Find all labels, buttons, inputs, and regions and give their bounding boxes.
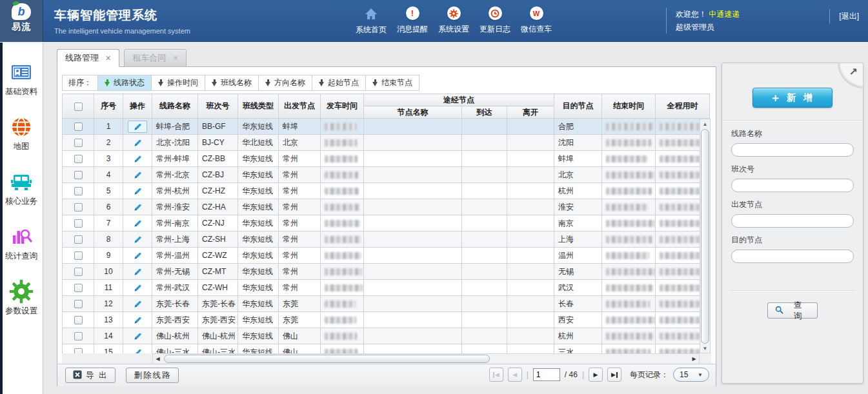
page-number-input[interactable]	[533, 368, 560, 381]
panel-collapse-button[interactable]: ↗	[838, 63, 863, 88]
edit-route-button[interactable]	[128, 233, 147, 246]
select-all-checkbox[interactable]	[74, 103, 83, 111]
table-horizontal-scrollbar[interactable]: ◀ ▶	[152, 353, 700, 364]
nav-wechat[interactable]: W微信查车	[516, 6, 557, 35]
scroll-up-icon[interactable]: ▲	[700, 119, 710, 128]
sort-option-操作时间[interactable]: 操作时间	[151, 75, 205, 90]
dest-node-input[interactable]	[731, 250, 854, 263]
row-checkbox[interactable]	[74, 300, 83, 308]
edit-route-button[interactable]	[128, 314, 147, 326]
tab-route-mgmt[interactable]: 线路管理 ✕	[57, 49, 119, 67]
table-row[interactable]: 9 常州-温州 CZ-WZ 华东短线 常州 温州	[63, 248, 710, 264]
table-row[interactable]: 3 常州-蚌埠 CZ-BB 华东短线 常州 蚌埠	[63, 151, 710, 167]
first-page-button[interactable]: ◀	[489, 368, 503, 382]
edit-route-button[interactable]	[128, 185, 147, 197]
scroll-down-icon[interactable]: ▼	[700, 344, 710, 353]
prev-page-button[interactable]: ◀	[508, 368, 522, 382]
vertical-scroll-thumb[interactable]	[701, 129, 709, 344]
sort-option-起始节点[interactable]: 起始节点	[312, 75, 365, 90]
export-button[interactable]: 导 出	[65, 368, 116, 383]
tab-rent-contract[interactable]: 租车合同 ✕	[124, 49, 187, 67]
edit-route-button[interactable]	[128, 201, 147, 213]
app-logo[interactable]: b 易流	[0, 0, 43, 42]
sort-option-线路状态[interactable]: 线路状态	[97, 75, 151, 90]
table-row[interactable]: 12 东莞-长春 东莞-长春 华东短线 东莞 长春	[63, 296, 710, 312]
edit-route-button[interactable]	[128, 217, 147, 230]
search-button[interactable]: 查 询	[767, 302, 818, 319]
gear-icon	[447, 6, 461, 20]
row-checkbox[interactable]	[74, 316, 83, 324]
row-checkbox[interactable]	[74, 348, 83, 353]
next-page-button[interactable]: ▶	[589, 368, 603, 382]
row-checkbox[interactable]	[74, 155, 83, 163]
last-page-button[interactable]: ▶	[607, 368, 621, 382]
sort-option-班线名称[interactable]: 班线名称	[205, 75, 258, 90]
edit-route-button[interactable]	[128, 298, 147, 310]
nav-settings[interactable]: 系统设置	[433, 6, 474, 35]
table-row[interactable]: 2 北京-沈阳 BJ-CY 华北短线 北京 沈阳	[63, 135, 710, 151]
edit-route-button[interactable]	[128, 137, 147, 149]
table-row[interactable]: 7 常州-南京 CZ-NJ 华东短线 常州 南京	[63, 215, 710, 231]
scroll-right-icon[interactable]: ▶	[689, 354, 699, 364]
cell-from-node: 常州	[279, 215, 321, 231]
horizontal-scroll-thumb[interactable]	[164, 355, 490, 363]
table-row[interactable]: 5 常州-杭州 CZ-HZ 华东短线 常州 杭州	[63, 183, 710, 199]
sort-option-结束节点[interactable]: 结束节点	[365, 75, 419, 90]
nav-message[interactable]: !消息提醒	[392, 6, 433, 35]
cell-trip-code: 东莞-长春	[198, 296, 238, 312]
row-checkbox[interactable]	[74, 171, 83, 179]
table-row[interactable]: 13 东莞-西安 东莞-西安 华东短线 东莞 西安	[63, 312, 710, 328]
cell-line-type: 华东短线	[238, 296, 279, 312]
add-route-button[interactable]: ＋ 新 增	[752, 88, 833, 108]
cell-line-type: 华东短线	[238, 344, 279, 354]
alert-icon: !	[406, 6, 419, 20]
edit-route-button[interactable]	[128, 250, 147, 262]
row-checkbox[interactable]	[74, 332, 83, 340]
row-checkbox[interactable]	[74, 268, 83, 276]
edit-route-button[interactable]	[128, 121, 147, 133]
nav-home[interactable]: 系统首页	[350, 6, 392, 35]
tab-close-icon[interactable]: ✕	[105, 54, 111, 63]
table-row[interactable]: 6 常州-淮安 CZ-HA 华东短线 常州 淮安	[63, 199, 710, 215]
row-checkbox[interactable]	[74, 284, 83, 292]
table-row[interactable]: 15 佛山-三水 佛山-三水 华东短线 佛山 三水	[63, 344, 710, 354]
sidebar-item-statistics[interactable]: 统计查询	[0, 224, 43, 262]
logout-button[interactable]: [退出]	[829, 9, 859, 24]
sort-option-方向名称[interactable]: 方向名称	[258, 75, 312, 90]
row-checkbox[interactable]	[74, 203, 83, 212]
table-row[interactable]: 14 佛山-杭州 佛山-杭州 华东短线 佛山 杭州	[63, 328, 710, 344]
tab-close-icon[interactable]: ✕	[172, 54, 178, 63]
row-checkbox[interactable]	[74, 139, 83, 147]
trip-code-input[interactable]	[731, 179, 854, 192]
cell-depart-time-redacted	[321, 312, 364, 328]
table-row[interactable]: 11 常州-武汉 CZ-WH 华东短线 常州 武汉	[63, 280, 710, 296]
nav-changelog[interactable]: 更新日志	[474, 6, 516, 35]
edit-route-button[interactable]	[128, 330, 147, 342]
company-name[interactable]: 中通速递	[709, 10, 740, 19]
edit-route-button[interactable]	[128, 266, 147, 278]
sidebar-item-parameters[interactable]: 参数设置	[0, 279, 43, 317]
sidebar-item-map[interactable]: 地图	[0, 115, 43, 152]
sidebar-collapsed-edge[interactable]	[0, 43, 3, 394]
page-size-select[interactable]: 15▼	[673, 368, 709, 382]
table-row[interactable]: 1 蚌埠-合肥 BB-GF 华东短线 蚌埠 合肥	[63, 119, 710, 135]
row-checkbox[interactable]	[74, 251, 83, 260]
route-name-input[interactable]	[731, 143, 854, 157]
edit-route-button[interactable]	[128, 346, 147, 354]
table-row[interactable]: 8 常州-上海 CZ-SH 华东短线 常州 上海	[63, 231, 710, 248]
table-row[interactable]: 10 常州-无锡 CZ-MT 华东短线 常州 无锡	[63, 264, 710, 280]
edit-route-button[interactable]	[128, 282, 147, 294]
row-checkbox[interactable]	[74, 235, 83, 244]
sidebar-item-basic-data[interactable]: 基础资料	[0, 60, 43, 97]
table-vertical-scrollbar[interactable]: ▲ ▼	[700, 119, 711, 353]
row-checkbox[interactable]	[74, 123, 83, 131]
edit-route-button[interactable]	[128, 169, 147, 181]
row-checkbox[interactable]	[74, 219, 83, 228]
scroll-left-icon[interactable]: ◀	[153, 354, 163, 364]
delete-route-button[interactable]: 删除线路	[126, 368, 179, 383]
edit-route-button[interactable]	[128, 153, 147, 165]
from-node-input[interactable]	[731, 214, 854, 228]
table-row[interactable]: 4 常州-北京 CZ-BJ 华东短线 常州 北京	[63, 167, 710, 183]
sidebar-item-core-biz[interactable]: 核心业务	[0, 170, 43, 207]
row-checkbox[interactable]	[74, 187, 83, 195]
